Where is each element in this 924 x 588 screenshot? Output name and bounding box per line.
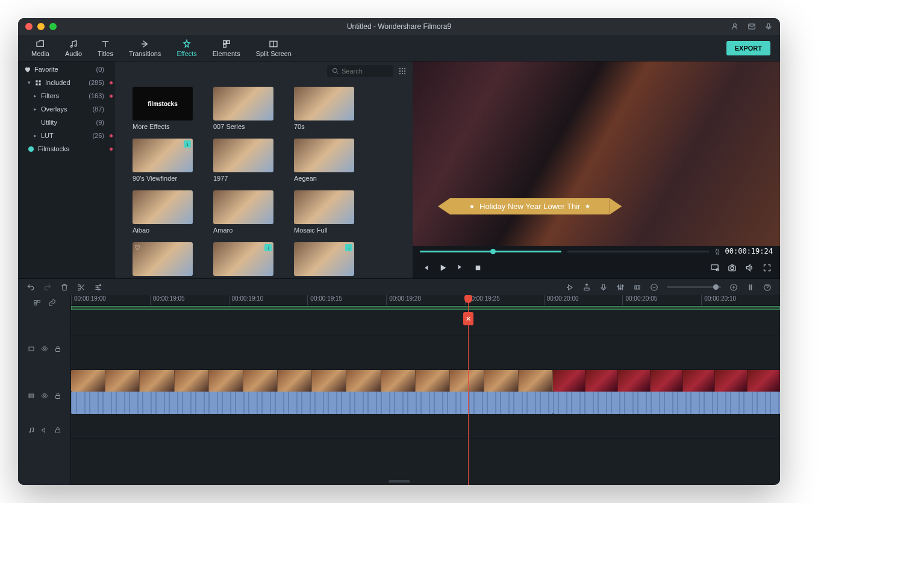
effect-thumbnail[interactable] bbox=[294, 190, 354, 224]
zoom-in-icon[interactable] bbox=[729, 283, 738, 292]
sidebar-item-included[interactable]: ▾ Included(285) bbox=[18, 76, 114, 89]
preview-scrub-bar[interactable] bbox=[420, 251, 561, 252]
svg-rect-56 bbox=[55, 430, 60, 433]
effect-label: Mosaic Full bbox=[294, 227, 354, 234]
volume-icon[interactable] bbox=[745, 263, 754, 272]
play-to-end-button[interactable] bbox=[456, 263, 465, 272]
undo-button[interactable] bbox=[27, 283, 35, 292]
lock-icon[interactable] bbox=[54, 427, 61, 434]
audio-mixer-icon[interactable] bbox=[616, 283, 625, 292]
music-track-icon bbox=[28, 427, 35, 434]
effect-item[interactable]: 70s bbox=[294, 87, 354, 130]
window-zoom-button[interactable] bbox=[49, 23, 57, 30]
effect-item[interactable]: 1977 bbox=[213, 139, 273, 182]
search-box[interactable] bbox=[327, 65, 393, 77]
view-grid-icon[interactable] bbox=[398, 67, 407, 75]
effect-thumbnail[interactable]: ↓ bbox=[133, 139, 193, 172]
remove-marker-icon[interactable]: ✕ bbox=[463, 312, 473, 325]
effect-item[interactable]: ♡ bbox=[133, 242, 193, 276]
marker-icon[interactable] bbox=[582, 283, 591, 292]
crop-icon[interactable] bbox=[633, 283, 641, 292]
effect-thumbnail[interactable] bbox=[133, 87, 193, 120]
mail-icon[interactable] bbox=[748, 22, 756, 31]
mic-icon[interactable] bbox=[764, 22, 773, 31]
sidebar-item-filmstocks[interactable]: Filmstocks bbox=[18, 142, 114, 155]
effect-label: 007 Series bbox=[213, 123, 273, 130]
tab-split-screen[interactable]: Split Screen bbox=[249, 37, 299, 60]
edit-properties-button[interactable] bbox=[94, 283, 102, 292]
lock-icon[interactable] bbox=[54, 392, 61, 399]
tab-titles[interactable]: Titles bbox=[90, 37, 120, 60]
window-close-button[interactable] bbox=[25, 23, 33, 30]
effect-thumbnail[interactable]: ♡ bbox=[133, 242, 193, 276]
zoom-out-icon[interactable] bbox=[650, 283, 658, 292]
audio-waveform-2[interactable] bbox=[553, 392, 780, 414]
heart-icon bbox=[24, 66, 31, 73]
effect-item[interactable]: Aegean bbox=[294, 139, 354, 182]
search-input[interactable] bbox=[339, 67, 387, 75]
effect-thumbnail[interactable]: ↓ bbox=[294, 242, 354, 276]
visibility-icon[interactable] bbox=[41, 392, 48, 399]
go-to-end-icon[interactable]: ⟨| bbox=[715, 248, 719, 255]
link-icon[interactable] bbox=[48, 299, 56, 307]
export-button[interactable]: EXPORT bbox=[726, 41, 770, 55]
video-clip-1[interactable] bbox=[71, 370, 553, 392]
play-button[interactable] bbox=[439, 263, 448, 272]
stop-button[interactable] bbox=[473, 263, 482, 272]
sidebar-item-utility[interactable]: ▸ Utility(9) bbox=[18, 116, 114, 129]
split-button[interactable] bbox=[77, 283, 86, 292]
help-icon[interactable] bbox=[763, 283, 772, 292]
zoom-fit-icon[interactable] bbox=[746, 283, 755, 292]
effect-item[interactable]: Amaro bbox=[213, 190, 273, 234]
title-track[interactable] bbox=[71, 336, 780, 354]
audio-waveform-1[interactable] bbox=[71, 392, 553, 414]
video-track[interactable] bbox=[71, 370, 780, 414]
fullscreen-icon[interactable] bbox=[763, 263, 772, 272]
playhead[interactable]: ✕ bbox=[468, 295, 469, 485]
zoom-slider[interactable] bbox=[667, 286, 721, 288]
effect-item[interactable]: More Effects bbox=[133, 87, 193, 130]
overlay-track[interactable] bbox=[71, 310, 780, 336]
sidebar-item-lut[interactable]: ▸ LUT(26) bbox=[18, 129, 114, 142]
video-clip-2[interactable] bbox=[553, 370, 780, 392]
effect-item[interactable]: ↓ bbox=[294, 242, 354, 276]
effect-thumbnail[interactable] bbox=[133, 190, 193, 224]
sidebar-item-overlays[interactable]: ▸ Overlays(87) bbox=[18, 102, 114, 116]
effect-thumbnail[interactable] bbox=[294, 87, 354, 120]
sidebar-item-filters[interactable]: ▸ Filters(163) bbox=[18, 89, 114, 102]
visibility-icon[interactable] bbox=[41, 345, 48, 352]
window-minimize-button[interactable] bbox=[37, 23, 45, 30]
mute-icon[interactable] bbox=[41, 427, 48, 434]
svg-rect-10 bbox=[39, 80, 40, 82]
prev-frame-button[interactable] bbox=[421, 263, 430, 272]
tab-effects[interactable]: Effects bbox=[169, 37, 204, 60]
effect-item[interactable]: ↓90's Viewfinder bbox=[133, 139, 193, 182]
redo-button[interactable] bbox=[43, 283, 52, 292]
display-settings-icon[interactable] bbox=[710, 263, 719, 272]
effect-item[interactable]: ↓ bbox=[213, 242, 273, 276]
audio-track[interactable] bbox=[71, 414, 780, 439]
delete-button[interactable] bbox=[60, 283, 69, 292]
effect-item[interactable]: Mosaic Full bbox=[294, 190, 354, 234]
effect-item[interactable]: 007 Series bbox=[213, 87, 273, 130]
effect-thumbnail[interactable]: ↓ bbox=[213, 242, 273, 276]
effect-thumbnail[interactable] bbox=[213, 190, 273, 224]
render-preview-icon[interactable] bbox=[566, 283, 574, 292]
tab-elements[interactable]: Elements bbox=[205, 37, 248, 60]
effect-thumbnail[interactable] bbox=[213, 87, 273, 120]
manage-tracks-icon[interactable] bbox=[33, 299, 41, 307]
record-voiceover-icon[interactable] bbox=[599, 283, 608, 292]
tab-transitions[interactable]: Transitions bbox=[122, 37, 168, 60]
tab-audio[interactable]: Audio bbox=[58, 37, 89, 60]
snapshot-icon[interactable] bbox=[728, 263, 737, 272]
timeline-ruler[interactable]: 00:00:19:0000:00:19:0500:00:19:1000:00:1… bbox=[71, 295, 780, 306]
resize-handle[interactable] bbox=[389, 480, 410, 483]
sidebar-item-favorite[interactable]: Favorite(0) bbox=[18, 63, 114, 76]
effect-item[interactable]: Aibao bbox=[133, 190, 193, 234]
effect-thumbnail[interactable] bbox=[294, 139, 354, 172]
preview-canvas[interactable]: ★ Holiday New Year Lower Thir ★ bbox=[413, 61, 780, 246]
account-icon[interactable] bbox=[731, 22, 739, 31]
lock-icon[interactable] bbox=[54, 345, 61, 352]
effect-thumbnail[interactable] bbox=[213, 139, 273, 172]
tab-media[interactable]: Media bbox=[24, 37, 57, 60]
